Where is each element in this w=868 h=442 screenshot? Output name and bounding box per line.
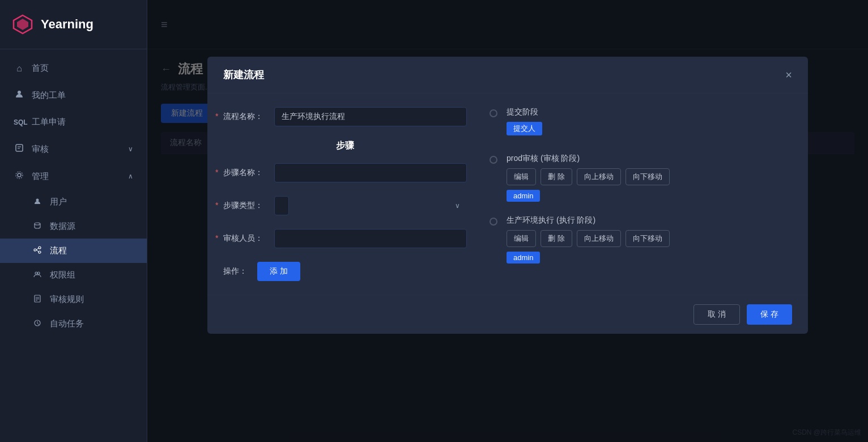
new-workflow-modal: 新建流程 × 流程名称： 步骤 步骤名称： 步骤类型： <box>207 57 808 334</box>
svg-point-10 <box>34 249 36 251</box>
audit-icon <box>14 143 25 155</box>
modal-header: 新建流程 × <box>207 57 808 94</box>
step-name-label: 步骤名称： <box>223 168 274 178</box>
sidebar-item-users[interactable]: 用户 <box>0 190 147 214</box>
process-name-input[interactable] <box>274 107 467 126</box>
operations-row: 操作： 添 加 <box>223 262 467 281</box>
stage-name-1: prod审核 (审核 阶段) <box>507 154 792 164</box>
logo-icon <box>11 13 34 36</box>
stage-dot-0 <box>490 109 497 117</box>
step-type-row: 步骤类型： <box>223 196 467 215</box>
stage-edit-button-1[interactable]: 编辑 <box>507 168 536 185</box>
sidebar-item-workorder-apply-label: 工单申请 <box>32 117 66 128</box>
stage-tags-2: admin <box>507 252 792 264</box>
sidebar-item-workflow[interactable]: 流程 <box>0 239 147 263</box>
process-name-label: 流程名称： <box>223 112 274 122</box>
modal-footer: 取 消 保 存 <box>207 295 808 334</box>
step-type-select-wrapper <box>274 196 467 215</box>
sidebar-item-home-label: 首页 <box>32 63 49 74</box>
svg-marker-1 <box>17 19 28 30</box>
stage-dot-2 <box>490 218 497 226</box>
modal-flow-stages: 提交阶段 提交人 prod审核 (审核 阶段) 编辑 <box>490 107 792 281</box>
sidebar-item-home[interactable]: ⌂ 首页 <box>0 55 147 82</box>
sidebar-item-users-label: 用户 <box>50 197 67 207</box>
sidebar-item-auto-tasks[interactable]: 自动任务 <box>0 312 147 336</box>
modal-overlay: 新建流程 × 流程名称： 步骤 步骤名称： 步骤类型： <box>147 0 868 442</box>
cancel-button[interactable]: 取 消 <box>693 304 740 325</box>
reviewer-row: 审核人员： <box>223 229 467 248</box>
stage-edit-button-2[interactable]: 编辑 <box>507 230 536 247</box>
manage-icon <box>14 171 25 182</box>
sidebar-item-workorder-apply[interactable]: SQL 工单申请 <box>0 109 147 135</box>
modal-title: 新建流程 <box>223 68 264 82</box>
flow-stage-2: 生产环境执行 (执行 阶段) 编辑 删 除 向上移动 向下移动 admin <box>490 215 792 264</box>
modal-body: 流程名称： 步骤 步骤名称： 步骤类型： <box>207 94 808 295</box>
stage-move-up-button-2[interactable]: 向上移动 <box>577 230 621 247</box>
sidebar-nav: ⌂ 首页 我的工单 SQL 工单申请 审核 ∨ 管理 ∧ <box>0 49 147 442</box>
stage-move-down-button-1[interactable]: 向下移动 <box>626 168 670 185</box>
sidebar-item-audit-label: 审核 <box>32 144 49 155</box>
sidebar-item-audit[interactable]: 审核 ∨ <box>0 135 147 163</box>
sidebar-item-manage[interactable]: 管理 ∧ <box>0 163 147 190</box>
steps-title: 步骤 <box>223 140 467 152</box>
step-type-select[interactable] <box>274 196 289 215</box>
audit-arrow-icon: ∨ <box>128 145 133 153</box>
stage-move-down-button-2[interactable]: 向下移动 <box>626 230 670 247</box>
datasource-icon <box>32 222 43 231</box>
stage-content-2: 生产环境执行 (执行 阶段) 编辑 删 除 向上移动 向下移动 admin <box>507 215 792 264</box>
sidebar-item-permissions[interactable]: 权限组 <box>0 263 147 287</box>
svg-point-12 <box>39 251 41 253</box>
stage-content-0: 提交阶段 提交人 <box>507 107 792 140</box>
svg-point-16 <box>37 272 40 274</box>
operations-label: 操作： <box>223 266 257 277</box>
reviewer-input[interactable] <box>274 229 467 248</box>
svg-point-11 <box>39 246 41 249</box>
sidebar-item-manage-label: 管理 <box>32 171 49 182</box>
audit-rules-icon <box>32 295 43 304</box>
step-name-row: 步骤名称： <box>223 163 467 182</box>
main-content: ≡ ← 流程 流程管理页面... 新建流程 流程名称 新建流程 × 流程名称： <box>147 0 868 442</box>
svg-line-14 <box>36 250 39 252</box>
sidebar-item-permissions-label: 权限组 <box>50 270 75 280</box>
svg-point-2 <box>18 91 21 94</box>
step-type-label: 步骤类型： <box>223 201 274 211</box>
sidebar-item-auto-tasks-label: 自动任务 <box>50 318 84 329</box>
auto-tasks-icon <box>32 319 43 329</box>
modal-close-button[interactable]: × <box>785 69 792 80</box>
sidebar-item-my-workorders[interactable]: 我的工单 <box>0 82 147 109</box>
sidebar-item-my-workorders-label: 我的工单 <box>32 90 66 101</box>
sidebar-item-datasource-label: 数据源 <box>50 221 75 232</box>
stage-content-1: prod审核 (审核 阶段) 编辑 删 除 向上移动 向下移动 admin <box>507 154 792 202</box>
flow-stage-0: 提交阶段 提交人 <box>490 107 792 140</box>
stage-dot-1 <box>490 156 497 164</box>
sidebar-item-audit-rules-label: 审核规则 <box>50 294 84 305</box>
svg-point-7 <box>16 172 23 178</box>
stage-delete-button-1[interactable]: 删 除 <box>541 168 572 185</box>
stage-action-buttons-1: 编辑 删 除 向上移动 向下移动 <box>507 168 792 185</box>
sidebar: Yearning ⌂ 首页 我的工单 SQL 工单申请 审核 ∨ <box>0 0 147 442</box>
save-button[interactable]: 保 存 <box>747 304 792 325</box>
svg-point-9 <box>35 223 40 225</box>
svg-point-6 <box>18 173 21 177</box>
add-step-button[interactable]: 添 加 <box>257 262 300 281</box>
user-icon <box>14 90 25 101</box>
users-icon <box>32 197 43 207</box>
sidebar-item-workflow-label: 流程 <box>50 245 67 256</box>
flow-stage-1: prod审核 (审核 阶段) 编辑 删 除 向上移动 向下移动 admin <box>490 154 792 202</box>
svg-line-13 <box>36 248 39 250</box>
stage-actions-0: 提交人 <box>507 122 792 135</box>
manage-arrow-icon: ∧ <box>128 172 133 180</box>
workflow-icon <box>32 246 43 256</box>
step-name-input[interactable] <box>274 163 467 182</box>
logo-area: Yearning <box>0 0 147 49</box>
reviewer-label: 审核人员： <box>223 233 274 244</box>
permissions-icon <box>32 270 43 280</box>
sidebar-item-datasource[interactable]: 数据源 <box>0 214 147 239</box>
stage-name-0: 提交阶段 <box>507 107 792 117</box>
stage-delete-button-2[interactable]: 删 除 <box>541 230 572 247</box>
home-icon: ⌂ <box>14 63 25 74</box>
sidebar-item-audit-rules[interactable]: 审核规则 <box>0 287 147 312</box>
stage-move-up-button-1[interactable]: 向上移动 <box>577 168 621 185</box>
stage-action-buttons-2: 编辑 删 除 向上移动 向下移动 <box>507 230 792 247</box>
svg-rect-3 <box>16 144 23 151</box>
